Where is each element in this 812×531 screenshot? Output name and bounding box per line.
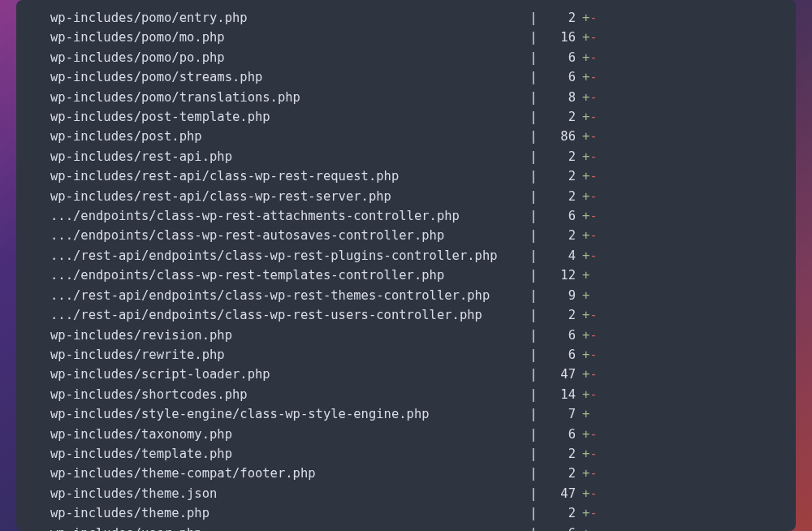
file-path: wp-includes/rest-api/class-wp-rest-reque… [50, 166, 521, 186]
file-path: wp-includes/pomo/translations.php [50, 88, 521, 107]
change-marks: +- [582, 187, 598, 206]
file-path: wp-includes/revision.php [50, 326, 521, 345]
separator-pipe: | [521, 345, 546, 365]
separator-pipe: | [521, 385, 546, 404]
plus-icon: + [582, 90, 590, 105]
plus-icon: + [582, 447, 590, 461]
plus-icon: + [582, 30, 590, 45]
plus-icon: + [582, 486, 590, 501]
diff-row: .../endpoints/class-wp-rest-attachments-… [16, 206, 796, 226]
plus-icon: + [582, 288, 590, 303]
change-count: 2 [546, 464, 582, 483]
separator-pipe: | [521, 226, 546, 245]
plus-icon: + [582, 129, 590, 144]
file-path: wp-includes/theme-compat/footer.php [50, 464, 521, 483]
file-path: wp-includes/user.php [50, 524, 521, 531]
change-count: 14 [546, 385, 582, 404]
minus-icon: - [590, 348, 597, 362]
minus-icon: - [590, 526, 597, 531]
minus-icon: - [590, 447, 597, 461]
separator-pipe: | [521, 305, 546, 325]
separator-pipe: | [521, 286, 546, 305]
separator-pipe: | [521, 425, 546, 444]
diff-row: .../rest-api/endpoints/class-wp-rest-the… [16, 286, 796, 305]
change-count: 2 [546, 187, 582, 206]
minus-icon: - [590, 70, 597, 84]
change-marks: +- [582, 88, 598, 107]
file-path: wp-includes/taxonomy.php [50, 425, 521, 444]
change-count: 9 [546, 286, 582, 305]
separator-pipe: | [521, 206, 546, 226]
diff-row: .../rest-api/endpoints/class-wp-rest-use… [16, 305, 796, 325]
minus-icon: - [590, 248, 597, 263]
change-count: 6 [546, 524, 582, 531]
diff-row: wp-includes/pomo/po.php|6+- [16, 48, 796, 67]
minus-icon: - [590, 466, 597, 481]
separator-pipe: | [521, 503, 546, 523]
minus-icon: - [590, 50, 597, 65]
change-count: 2 [546, 444, 582, 464]
change-marks: +- [582, 48, 598, 67]
diff-row: wp-includes/shortcodes.php|14+- [16, 385, 796, 404]
file-path: .../rest-api/endpoints/class-wp-rest-use… [50, 305, 521, 325]
plus-icon: + [582, 506, 590, 520]
change-marks: + [582, 266, 590, 285]
change-marks: +- [582, 67, 598, 87]
diff-row: wp-includes/pomo/entry.php|2+- [16, 8, 796, 28]
change-marks: +- [582, 326, 598, 345]
diff-row: wp-includes/rewrite.php|6+- [16, 345, 796, 365]
plus-icon: + [582, 70, 590, 84]
diff-row: wp-includes/template.php|2+- [16, 444, 796, 464]
plus-icon: + [582, 169, 590, 183]
file-path: .../rest-api/endpoints/class-wp-rest-the… [50, 286, 521, 305]
change-marks: +- [582, 246, 598, 266]
change-marks: +- [582, 345, 598, 365]
plus-icon: + [582, 149, 590, 164]
separator-pipe: | [521, 67, 546, 87]
separator-pipe: | [521, 464, 546, 483]
plus-icon: + [582, 110, 590, 124]
change-count: 2 [546, 8, 582, 28]
terminal-window: wp-includes/pomo/entry.php|2+-wp-include… [16, 0, 796, 531]
plus-icon: + [582, 308, 590, 322]
diff-row: wp-includes/post.php|86+- [16, 127, 796, 146]
separator-pipe: | [521, 28, 546, 47]
change-count: 8 [546, 88, 582, 107]
minus-icon: - [590, 486, 597, 501]
file-path: wp-includes/script-loader.php [50, 365, 521, 384]
change-count: 6 [546, 345, 582, 365]
diff-row: wp-includes/rest-api.php|2+- [16, 147, 796, 166]
minus-icon: - [590, 11, 597, 25]
separator-pipe: | [521, 484, 546, 503]
minus-icon: - [590, 367, 597, 382]
change-count: 6 [546, 67, 582, 87]
separator-pipe: | [521, 524, 546, 531]
change-count: 2 [546, 166, 582, 186]
minus-icon: - [590, 169, 597, 183]
diff-row: .../rest-api/endpoints/class-wp-rest-plu… [16, 246, 796, 266]
minus-icon: - [590, 427, 597, 442]
separator-pipe: | [521, 365, 546, 384]
change-marks: + [582, 404, 590, 424]
minus-icon: - [590, 90, 597, 105]
file-path: wp-includes/post-template.php [50, 107, 521, 127]
change-count: 12 [546, 266, 582, 285]
plus-icon: + [582, 248, 590, 263]
diff-row: .../endpoints/class-wp-rest-templates-co… [16, 266, 796, 285]
diff-row: wp-includes/theme.php|2+- [16, 503, 796, 523]
plus-icon: + [582, 526, 590, 531]
change-count: 47 [546, 484, 582, 503]
change-marks: +- [582, 464, 598, 483]
change-count: 6 [546, 326, 582, 345]
plus-icon: + [582, 367, 590, 382]
minus-icon: - [590, 110, 597, 124]
separator-pipe: | [521, 147, 546, 166]
file-path: wp-includes/rest-api.php [50, 147, 521, 166]
file-path: wp-includes/pomo/entry.php [50, 8, 521, 28]
file-path: wp-includes/theme.php [50, 503, 521, 523]
diff-row: wp-includes/rest-api/class-wp-rest-reque… [16, 166, 796, 186]
minus-icon: - [590, 30, 597, 45]
file-path: wp-includes/shortcodes.php [50, 385, 521, 404]
file-path: .../endpoints/class-wp-rest-templates-co… [50, 266, 521, 285]
separator-pipe: | [521, 266, 546, 285]
